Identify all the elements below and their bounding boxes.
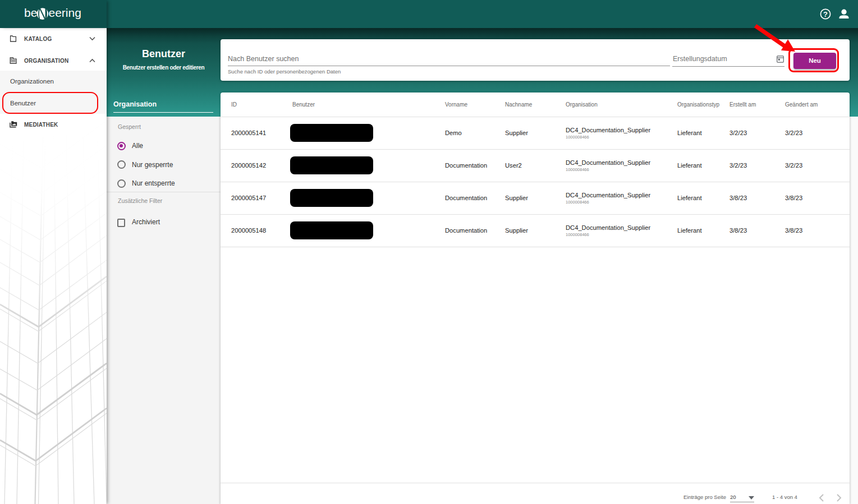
svg-text:be: be (24, 6, 37, 19)
svg-text:eering: eering (49, 6, 81, 19)
svg-text:?: ? (823, 10, 828, 19)
